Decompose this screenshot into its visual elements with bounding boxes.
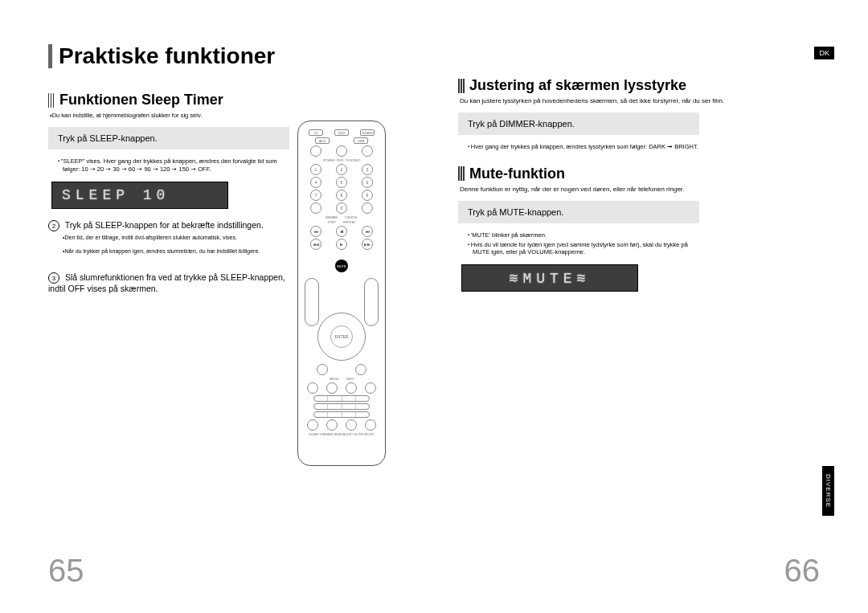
page-number-left: 65 xyxy=(48,553,84,589)
remote-btn-remain xyxy=(310,202,321,214)
remote-btn-tuner: TUNER xyxy=(360,129,375,136)
remote-volume-bar xyxy=(305,278,319,326)
dimmer-bullets: Hver gang der trykkes på knappen, ændres… xyxy=(458,143,707,151)
step-2-text: Tryk på SLEEP-knappen for at bekræfte in… xyxy=(65,220,264,230)
section-title-mute: Mute-funktion xyxy=(469,166,565,182)
remote-btn-usb: USB xyxy=(354,137,368,144)
step-2-sub2: •Når du trykker på knappen igen, ændres … xyxy=(48,248,297,255)
remote-btn-power xyxy=(310,145,321,157)
step-2: 2 Tryk på SLEEP-knappen for at bekræfte … xyxy=(48,220,297,231)
heading-stripe-icon xyxy=(458,166,465,181)
section-title-sleep: Funktionen Sleep Timer xyxy=(59,92,223,108)
remote-tuning-bar xyxy=(364,278,379,326)
remote-btn-aux: AUX xyxy=(315,137,330,144)
remote-btn-cancel xyxy=(362,202,373,214)
remote-btn-dvd2 xyxy=(336,145,347,157)
section-heading-sleep: Funktionen Sleep Timer xyxy=(48,92,410,108)
section-title-brightness: Justering af skærmen lysstyrke xyxy=(469,77,686,94)
step-2-number: 2 xyxy=(48,220,59,231)
section-subtitle-mute: Denne funktion er nyttig, når der er nog… xyxy=(458,186,820,193)
lcd-sleep: SLEEP 10 xyxy=(51,182,228,209)
side-tab: DIVERSE xyxy=(822,466,834,516)
remote-btn-dvd: DVD xyxy=(334,129,349,136)
page-right: DK Justering af skærmen lysstyrke Du kan… xyxy=(434,0,868,613)
step-3: 3 Slå slumrefunktionen fra ved at trykke… xyxy=(48,272,297,295)
instruction-dimmer: Tryk på DIMMER-knappen. xyxy=(458,112,699,135)
step-2-sub1: •Den tid, der er tilbage, indtil dvd-afs… xyxy=(48,235,297,242)
lcd-mute: ≋MUTE≋ xyxy=(461,264,638,292)
main-title: Praktiske funktioner xyxy=(59,43,275,69)
sleep-bullet-1: "SLEEP" vises. Hver gang der trykkes på … xyxy=(58,157,291,174)
page-number-right: 66 xyxy=(784,553,821,589)
remote-btn-mute: MUTE xyxy=(335,260,348,272)
mute-bullets: 'MUTE' blinker på skærmen. Hvis du vil t… xyxy=(458,231,707,256)
language-badge: DK xyxy=(814,47,834,59)
remote-btn-tvvideo xyxy=(362,145,373,157)
remote-nav-wheel xyxy=(317,313,366,361)
section-subtitle-sleep: •Du kan indstille, at hjemmebiografen sl… xyxy=(48,112,410,119)
heading-stripe-icon xyxy=(458,79,465,93)
step-3-text: Slå slumrefunktionen fra ved at trykke p… xyxy=(48,272,285,293)
mute-bullet-1: 'MUTE' blinker på skærmen. xyxy=(468,231,701,239)
title-accent-bar xyxy=(48,44,52,68)
heading-stripe-icon xyxy=(48,93,55,108)
remote-control-illustration: TV DVD TUNER AUX USB POWER DVD TV/VIDEO … xyxy=(297,121,386,466)
remote-btn-tv: TV xyxy=(309,129,323,136)
step-3-number: 3 xyxy=(48,272,59,284)
instruction-sleep: Tryk på SLEEP-knappen. xyxy=(48,127,289,149)
section-heading-mute: Mute-funktion xyxy=(458,166,820,182)
section-subtitle-brightness: Du kan justere lysstyrken på hovedenhede… xyxy=(458,97,820,104)
sleep-bullets: "SLEEP" vises. Hver gang der trykkes på … xyxy=(48,157,297,174)
instruction-mute: Tryk på MUTE-knappen. xyxy=(458,201,699,223)
main-title-bar: Praktiske funktioner xyxy=(48,43,410,69)
mute-bullet-2: Hvis du vil tænde for lyden igen (ved sa… xyxy=(468,241,701,257)
dimmer-bullet-1: Hver gang der trykkes på knappen, ændres… xyxy=(468,143,701,151)
section-heading-brightness: Justering af skærmen lysstyrke xyxy=(458,77,820,94)
